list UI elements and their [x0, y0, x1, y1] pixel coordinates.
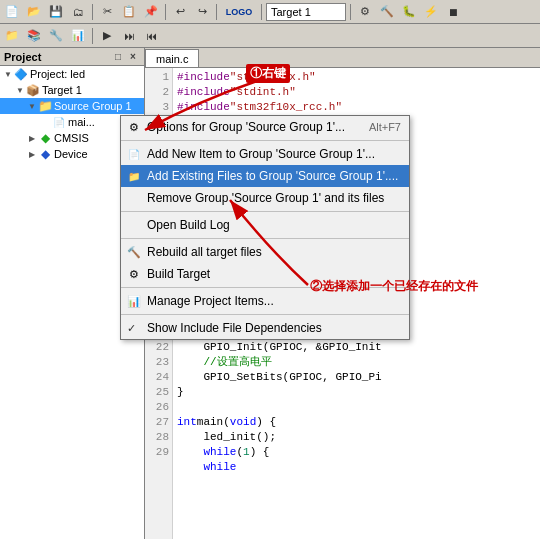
manage-icon: 📊	[125, 292, 143, 310]
build-icon[interactable]: ⚙	[355, 3, 375, 21]
code-line-28: led_init();	[177, 430, 536, 445]
menu-rebuild[interactable]: 🔨 Rebuild all target files	[121, 241, 409, 263]
tab-bar: main.c	[145, 48, 540, 68]
close-icon[interactable]: ×	[126, 50, 140, 64]
menu-build[interactable]: ⚙ Build Target	[121, 263, 409, 285]
menu-sep5	[121, 314, 409, 315]
sep4	[261, 4, 262, 20]
new-file-icon: 📄	[125, 145, 143, 163]
redo-icon[interactable]: ↪	[192, 3, 212, 21]
toolbar-top: 📄 📂 💾 🗂 ✂ 📋 📌 ↩ ↪ LOGO Target 1 ⚙ 🔨 🐛 ⚡ …	[0, 0, 540, 24]
menu-options-shortcut: Alt+F7	[369, 121, 401, 133]
paste-icon[interactable]: 📌	[141, 3, 161, 21]
menu-sep3	[121, 238, 409, 239]
stop-icon[interactable]: ⏹	[443, 3, 463, 21]
context-menu: ⚙ Options for Group 'Source Group 1'... …	[120, 115, 410, 340]
gear-icon: ⚙	[125, 118, 143, 136]
menu-remove-label: Remove Group 'Source Group 1' and its fi…	[147, 191, 384, 205]
rebuild-icon: 🔨	[125, 243, 143, 261]
menu-options[interactable]: ⚙ Options for Group 'Source Group 1'... …	[121, 116, 409, 138]
device-label: Device	[54, 148, 88, 160]
save-all-icon[interactable]: 🗂	[68, 3, 88, 21]
rebuild-icon[interactable]: 🔨	[377, 3, 397, 21]
menu-add-new[interactable]: 📄 Add New Item to Group 'Source Group 1'…	[121, 143, 409, 165]
component-icon[interactable]: 🔧	[46, 27, 66, 45]
code-line-24: GPIO_SetBits(GPIOC, GPIO_Pi	[177, 370, 536, 385]
code-line-27: int main(void) {	[177, 415, 536, 430]
project-label: Project: led	[30, 68, 85, 80]
menu-build-label: Build Target	[147, 267, 210, 281]
menu-remove-group[interactable]: Remove Group 'Source Group 1' and its fi…	[121, 187, 409, 209]
step-out-icon[interactable]: ⏮	[141, 27, 161, 45]
toolbar-second: 📁 📚 🔧 📊 ▶ ⏭ ⏮	[0, 24, 540, 48]
sep5	[350, 4, 351, 20]
copy-icon[interactable]: 📋	[119, 3, 139, 21]
target-icon: 📦	[26, 83, 40, 97]
menu-build-log-label: Open Build Log	[147, 218, 230, 232]
code-line-22: GPIO_Init(GPIOC, &GPIO_Init	[177, 340, 536, 355]
menu-sep1	[121, 140, 409, 141]
code-line-30: while	[177, 460, 536, 475]
code-line-25: }	[177, 385, 536, 400]
sep3	[216, 4, 217, 20]
sep6	[92, 28, 93, 44]
build-icon: ⚙	[125, 265, 143, 283]
panel-title-bar: Project □ ×	[0, 48, 144, 66]
menu-manage[interactable]: 📊 Manage Project Items...	[121, 290, 409, 312]
sep1	[92, 4, 93, 20]
tree-project[interactable]: ▼ 🔷 Project: led	[0, 66, 144, 82]
expand-target[interactable]: ▼	[14, 84, 26, 96]
code-line-1: #include "stm32f10x.h"	[177, 70, 536, 85]
project-icon: 🔷	[14, 67, 28, 81]
event-icon[interactable]: 📊	[68, 27, 88, 45]
main-file-label: mai...	[68, 116, 95, 128]
checkmark-icon: ✓	[127, 322, 136, 335]
proj-icon[interactable]: 📁	[2, 27, 22, 45]
menu-sep2	[121, 211, 409, 212]
sep2	[165, 4, 166, 20]
step-icon[interactable]: ⏭	[119, 27, 139, 45]
cmsis-icon: ◆	[38, 131, 52, 145]
cmsis-label: CMSIS	[54, 132, 89, 144]
tab-main-c[interactable]: main.c	[145, 49, 199, 67]
save-icon[interactable]: 💾	[46, 3, 66, 21]
expand-cmsis[interactable]: ▶	[26, 132, 38, 144]
cut-icon[interactable]: ✂	[97, 3, 117, 21]
menu-open-build-log[interactable]: Open Build Log	[121, 214, 409, 236]
pin-icon[interactable]: □	[111, 50, 125, 64]
debug-icon[interactable]: 🐛	[399, 3, 419, 21]
expand-source-group[interactable]: ▼	[26, 100, 38, 112]
books-icon[interactable]: 📚	[24, 27, 44, 45]
target-selector[interactable]: Target 1	[266, 3, 346, 21]
tree-target[interactable]: ▼ 📦 Target 1	[0, 82, 144, 98]
menu-add-existing[interactable]: 📁 Add Existing Files to Group 'Source Gr…	[121, 165, 409, 187]
add-file-icon: 📁	[125, 167, 143, 185]
menu-show-deps[interactable]: ✓ Show Include File Dependencies	[121, 317, 409, 339]
c-file-icon: 📄	[52, 115, 66, 129]
new-file-icon[interactable]: 📄	[2, 3, 22, 21]
device-icon: ◆	[38, 147, 52, 161]
expand-project[interactable]: ▼	[2, 68, 14, 80]
open-icon[interactable]: 📂	[24, 3, 44, 21]
expand-main: ▷	[40, 116, 52, 128]
tab-label: main.c	[156, 53, 188, 65]
code-line-2: #include "stdint.h"	[177, 85, 536, 100]
menu-sep4	[121, 287, 409, 288]
panel-title-icons: □ ×	[111, 50, 140, 64]
expand-device[interactable]: ▶	[26, 148, 38, 160]
menu-show-deps-label: Show Include File Dependencies	[147, 321, 322, 335]
undo-icon[interactable]: ↩	[170, 3, 190, 21]
menu-manage-label: Manage Project Items...	[147, 294, 274, 308]
panel-title: Project	[4, 51, 41, 63]
code-line-3: #include "stm32f10x_rcc.h"	[177, 100, 536, 115]
flash-icon[interactable]: ⚡	[421, 3, 441, 21]
run-icon[interactable]: ▶	[97, 27, 117, 45]
tree-source-group[interactable]: ▼ 📁 Source Group 1	[0, 98, 144, 114]
code-line-29: while (1) {	[177, 445, 536, 460]
code-line-23: //设置高电平	[177, 355, 536, 370]
menu-add-new-label: Add New Item to Group 'Source Group 1'..…	[147, 147, 375, 161]
source-group-label: Source Group 1	[54, 100, 132, 112]
target-label: Target 1	[42, 84, 82, 96]
logo-icon: LOGO	[221, 3, 257, 21]
menu-options-label: Options for Group 'Source Group 1'...	[147, 120, 345, 134]
